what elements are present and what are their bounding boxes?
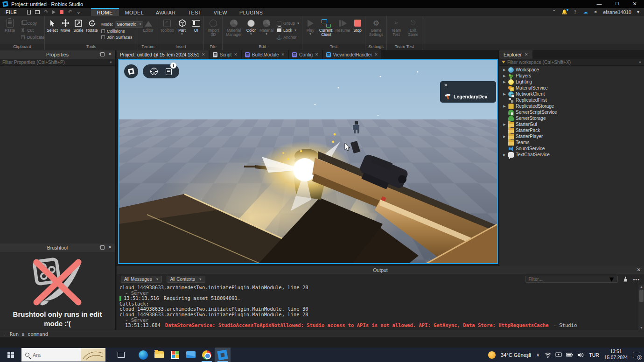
tab-avatar[interactable]: AVATAR [150,8,182,16]
taskbar-search[interactable] [21,348,105,362]
search-input[interactable] [33,352,65,358]
expand-arrow-icon[interactable]: ▶ [503,135,506,139]
expand-arrow-icon[interactable]: ▶ [503,92,506,96]
tab-model[interactable]: MODEL [119,8,150,16]
terrain-editor-button[interactable]: Editor [139,17,157,44]
close-tab-icon[interactable]: ✕ [202,52,205,57]
group-button[interactable]: Group▼ [277,21,300,27]
explorer-item-starterplayer[interactable]: ▶StarterPlayer [499,133,644,139]
team-test-button[interactable]: ➢ Team Test [388,17,405,44]
mail-button[interactable] [183,348,199,362]
tab-home[interactable]: HOME [91,8,119,16]
anchor-button[interactable]: ⚓Anchor [277,35,300,41]
cut-button[interactable]: Cut [21,28,45,34]
expand-arrow-icon[interactable]: ▶ [503,123,506,126]
expand-arrow-icon[interactable]: ▶ [503,74,506,78]
material-button[interactable]: Material ▼ [258,17,275,44]
play-icon[interactable] [52,10,56,14]
minimize-button[interactable]: — [596,0,602,8]
copy-button[interactable]: Copy [21,21,45,27]
file-explorer-button[interactable] [151,348,167,362]
explorer-item-lighting[interactable]: ▶Lighting [499,79,644,85]
stop-icon[interactable] [60,10,63,14]
explorer-item-networkclient[interactable]: ▶NetworkClient [499,91,644,97]
maximize-button[interactable]: ❐ [614,0,620,8]
clear-output-icon[interactable] [623,277,628,282]
select-tool-button[interactable]: Select [46,17,59,44]
wifi-icon[interactable] [545,352,551,358]
messages-filter-dropdown[interactable]: All Messages▼ [121,276,162,283]
rotate-tool-button[interactable]: Rotate [85,17,99,44]
doc-tab-project[interactable]: Project: untitled @ 15 Tem 2024 13:51✕ [117,50,209,59]
move-tool-button[interactable]: Move [59,17,72,44]
close-icon[interactable]: ✕ [444,83,448,88]
explorer-item-startergui[interactable]: ▶StarterGui [499,121,644,127]
scroll-up-icon[interactable]: ▲ [640,285,643,288]
expand-arrow-icon[interactable]: ▶ [503,153,506,157]
output-log[interactable]: cloud_144938633.archimedesTwo.initiatePl… [117,284,644,330]
close-tab-icon[interactable]: ✕ [281,52,285,57]
output-scrollbar[interactable]: ▲ ▼ [638,285,644,330]
output-filter-input[interactable] [528,277,605,282]
language-indicator[interactable]: TUR [589,352,599,358]
tab-view[interactable]: VIEW [208,8,233,16]
explorer-item-serverscriptservice[interactable]: ServerScriptService [499,109,644,115]
help-icon[interactable]: ﹖ [573,9,578,15]
start-button[interactable] [0,348,21,362]
stop-button[interactable]: Stop [350,17,364,44]
movement-mode-icon[interactable] [150,68,158,75]
close-panel-icon[interactable]: ✕ [108,244,112,250]
play-button[interactable]: Play ▼ [303,17,317,44]
explorer-item-teams[interactable]: Teams [499,139,644,146]
exit-game-button[interactable]: ⎋ Exit Game [405,17,421,44]
chevron-down-icon[interactable]: ▼ [109,61,112,64]
doc-tab-script[interactable]: Script✕ [210,50,241,59]
close-panel-icon[interactable]: ✕ [525,52,528,57]
explorer-item-starterpack[interactable]: StarterPack [499,127,644,133]
color-button[interactable]: Color ▼ [244,17,258,44]
close-button[interactable]: ✕ [632,0,637,8]
toolbox-button[interactable]: Toolbox [159,17,175,44]
explorer-item-players[interactable]: ▶Players [499,73,644,79]
output-filter-box[interactable]: ▼ [525,276,618,283]
chevron-down-icon[interactable]: ▼ [638,61,642,64]
material-manager-button[interactable]: Material Manager [224,17,244,44]
explorer-item-textchatservice[interactable]: ▶TextChatService [499,152,644,158]
close-panel-icon[interactable]: ✕ [108,51,112,56]
current-client-button[interactable]: Current: Client [317,17,335,44]
collapse-ribbon-icon[interactable]: ⌃ [552,9,556,14]
import-3d-button[interactable]: Import 3D [205,17,222,44]
account-dropdown-icon[interactable]: ▾ [637,9,639,14]
doc-tab-bulletmodule[interactable]: BulletModule✕ [242,50,288,59]
weather-text[interactable]: 34°C Güneşli [501,352,531,358]
expand-arrow-icon[interactable]: ▶ [503,104,506,108]
explorer-filter-input[interactable] [507,60,637,65]
part-button[interactable]: Part ▼ [175,17,189,44]
new-file-icon[interactable] [27,10,31,14]
drag-grip-icon[interactable]: ⋮ [2,332,6,336]
game-settings-button[interactable]: ⚙ Game Settings [366,17,386,44]
properties-filter-input[interactable] [2,60,107,65]
cloud-sync-icon[interactable]: ☁ [583,9,588,14]
close-panel-icon[interactable]: ✕ [637,267,641,272]
game-viewport[interactable]: 1 ✕ LegendaryDev [118,59,498,264]
scale-tool-button[interactable]: Scale [72,17,85,44]
scroll-down-icon[interactable]: ▼ [640,326,643,329]
explorer-item-materialservice[interactable]: MaterialService [499,85,644,91]
file-menu[interactable]: FILE [0,8,22,16]
popout-icon[interactable] [100,52,105,56]
expand-arrow-icon[interactable]: ▶ [503,80,506,84]
scrollbar-thumb[interactable] [639,290,644,302]
popout-icon[interactable] [100,245,105,250]
explorer-item-replicatedfirst[interactable]: ReplicatedFirst [499,97,644,103]
contexts-filter-dropdown[interactable]: All Contexts▼ [167,276,205,283]
store-button[interactable] [167,348,183,362]
chrome-button[interactable] [199,348,215,362]
edge-button[interactable] [135,348,151,362]
close-tab-icon[interactable]: ✕ [234,52,238,57]
command-bar[interactable]: ⋮ Run a command [0,330,644,337]
doc-tab-viewmodelhandler[interactable]: ViewmodelHandler✕ [323,50,381,59]
roblox-studio-taskbar-button[interactable] [215,348,231,362]
lock-button[interactable]: Lock▼ [277,28,300,34]
action-center-icon[interactable]: 6 [633,352,640,358]
